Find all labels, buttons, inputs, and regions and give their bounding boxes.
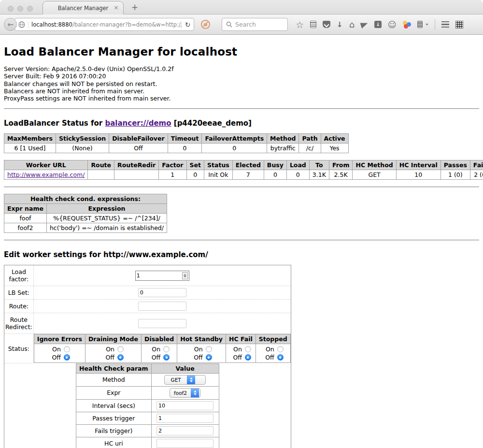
column-header: DisableFailover — [109, 134, 168, 144]
hc-row-passes: Passes trigger — [76, 412, 219, 424]
radio-hc-fail-on[interactable] — [245, 346, 251, 352]
dropdown-chevron-icon[interactable] — [426, 24, 428, 26]
param-label: Method — [76, 373, 152, 386]
column-header: From — [329, 160, 353, 170]
reading-list-icon[interactable] — [310, 21, 316, 28]
page-content: Load Balancer Manager for localhost Serv… — [0, 45, 483, 448]
load-factor-input[interactable] — [135, 271, 189, 281]
form-row-lb-set: LB Set: — [4, 286, 291, 300]
form-row-route-redirect: Route Redirect: — [4, 313, 291, 334]
radio-stopped-off[interactable] — [277, 354, 284, 361]
radio-label: Off — [230, 354, 242, 361]
save-page-icon[interactable]: ↓ — [374, 21, 382, 28]
lb-set-input[interactable] — [138, 288, 186, 297]
search-bar[interactable]: Search — [222, 18, 288, 31]
interval-input[interactable] — [156, 401, 213, 410]
radio-hot-standby-on[interactable] — [206, 346, 212, 352]
radio-draining-mode-on[interactable] — [117, 346, 124, 352]
cell-load: 0 — [286, 170, 309, 180]
bookmark-star-icon[interactable]: ☆ — [296, 19, 304, 30]
hc-uri-input[interactable] — [156, 439, 213, 448]
tab-groups-icon[interactable] — [455, 21, 463, 29]
column-header: Draining Mode — [85, 334, 141, 344]
cell-status: Init Ok — [204, 170, 233, 180]
expr-select[interactable]: foof2 — [170, 388, 200, 398]
radio-label: On — [149, 346, 160, 353]
close-window-button[interactable] — [8, 6, 14, 12]
url-path: /balancer-manager?b=demo&w=http://www.ex… — [72, 21, 181, 28]
table-row: 6 [1 Used] (None) Off 0 0 bytraffic /c/ … — [4, 144, 349, 153]
expr-value: hc('body') =~ /domain is established/ — [46, 223, 167, 233]
color-dots-extension-icon[interactable] — [403, 21, 411, 29]
send-tab-icon[interactable] — [360, 20, 369, 28]
adblock-icon[interactable] — [201, 20, 210, 29]
balancer-params-table: MaxMembers StickySession DisableFailover… — [4, 133, 349, 153]
hc-expressions-table: Health check cond. expressions: Expr nam… — [4, 194, 167, 233]
column-header: Expression — [46, 204, 167, 214]
search-icon — [226, 21, 232, 28]
new-tab-button[interactable]: + — [131, 2, 138, 12]
home-icon[interactable]: ⌂ — [349, 19, 355, 29]
radio-label: Off — [263, 354, 274, 361]
cell-hc-interval: 10 — [396, 170, 440, 180]
edit-worker-heading: Edit worker settings for http://www.exam… — [4, 250, 479, 259]
cell-busy: 0 — [264, 170, 286, 180]
back-icon: ← — [7, 20, 14, 29]
zoom-window-button[interactable] — [27, 6, 33, 12]
radio-label: Off — [49, 354, 61, 361]
back-button[interactable]: ← — [4, 18, 17, 31]
pocket-icon[interactable] — [323, 21, 330, 28]
worker-url-link[interactable]: http://www.example.com/ — [7, 171, 85, 178]
column-header: Value — [151, 363, 219, 373]
minimize-window-button[interactable] — [17, 6, 23, 12]
tab-bar: Balancer Manager × + — [0, 0, 483, 14]
column-header: Factor — [159, 160, 186, 170]
cell-stickysession: (None) — [56, 144, 109, 153]
field-label: LB Set: — [4, 286, 34, 300]
expr-name: foof — [4, 214, 47, 223]
radio-hot-standby-off[interactable] — [206, 354, 212, 361]
session-list-icon[interactable] — [417, 21, 423, 28]
url-bar[interactable]: localhost:8880/balancer-manager?b=demo&w… — [14, 18, 194, 31]
number-stepper-icon[interactable] — [182, 272, 188, 279]
load-factor-field[interactable] — [137, 273, 182, 279]
reload-icon[interactable]: ↻ — [181, 21, 194, 29]
cell-from: 2.5K — [329, 170, 353, 180]
url-text: localhost:8880/balancer-manager?b=demo&w… — [28, 21, 181, 28]
tab-title: Balancer Manager — [58, 5, 109, 12]
expr-select-value: foof2 — [170, 389, 191, 397]
radio-draining-mode-off[interactable] — [117, 354, 124, 361]
balancer-status-heading: LoadBalancer Status for balancer://demo … — [4, 119, 479, 128]
column-header: Disabled — [142, 334, 177, 344]
form-row-load-factor: Load factor: — [4, 265, 291, 286]
radio-ignore-errors-off[interactable] — [64, 354, 70, 361]
param-label: Interval (secs) — [76, 399, 152, 412]
downloads-icon[interactable]: ↓ — [337, 20, 343, 29]
tab-close-icon[interactable]: × — [114, 4, 119, 11]
route-redirect-input[interactable] — [138, 319, 186, 328]
hc-row-interval: Interval (secs) — [76, 399, 219, 412]
search-placeholder: Search — [235, 21, 256, 28]
proxypass-note-line: ProxyPass settings are NOT inherited fro… — [4, 95, 479, 102]
route-input[interactable] — [138, 302, 186, 311]
cell-elected: 7 — [232, 170, 264, 180]
cell-passes: 1 (0) — [440, 170, 470, 180]
toolbar-icons: ☆ ↓ ⌂ ↓ ☺ — [296, 19, 463, 30]
passes-input[interactable] — [156, 414, 213, 423]
radio-disabled-off[interactable] — [163, 354, 170, 361]
radio-ignore-errors-on[interactable] — [64, 346, 70, 352]
radio-stopped-on[interactable] — [277, 346, 284, 352]
balancer-demo-link[interactable]: balancer://demo — [105, 119, 171, 128]
globe-icon — [15, 21, 28, 28]
radio-hc-fail-off[interactable] — [245, 354, 251, 361]
radio-disabled-on[interactable] — [163, 346, 170, 352]
divider — [4, 187, 479, 188]
column-header: Hot Standby — [177, 334, 226, 344]
radio-label: On — [103, 346, 114, 353]
cell-hc-method: GET — [353, 170, 396, 180]
method-select[interactable]: GET — [164, 375, 206, 385]
menu-hamburger-icon[interactable] — [441, 21, 449, 28]
feedback-smiley-icon[interactable]: ☺ — [388, 20, 397, 29]
tab-balancer-manager[interactable]: Balancer Manager × — [43, 1, 124, 14]
fails-input[interactable] — [156, 426, 213, 435]
